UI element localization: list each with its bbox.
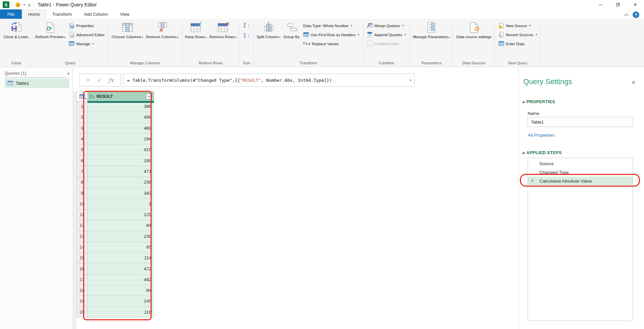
- sort-descending-button[interactable]: ZA ↓: [242, 31, 251, 40]
- row-number[interactable]: 14: [76, 242, 88, 253]
- new-source-button[interactable]: New Source ▾: [497, 21, 539, 30]
- data-type-button[interactable]: Data Type: Whole Number ▾: [302, 21, 361, 30]
- cell-value[interactable]: 129: [88, 209, 154, 220]
- refresh-preview-button[interactable]: ⟳ Refresh Preview▾: [34, 20, 66, 40]
- cell-value[interactable]: 1: [88, 199, 154, 209]
- row-number[interactable]: 7: [76, 166, 88, 177]
- cell-value[interactable]: 499: [88, 112, 154, 123]
- restore-button[interactable]: [609, 0, 627, 9]
- formula-input[interactable]: = Table.TransformColumns(#"Changed Type"…: [123, 74, 415, 87]
- properties-section-heading[interactable]: ◢ PROPERTIES: [522, 99, 555, 104]
- row-number[interactable]: 5: [76, 144, 88, 155]
- row-number[interactable]: 17: [76, 274, 88, 285]
- fx-icon[interactable]: ƒx: [109, 77, 114, 83]
- row-number[interactable]: 16: [76, 263, 88, 274]
- properties-button[interactable]: Properties: [67, 21, 106, 30]
- replace-values-button[interactable]: 1↳2 Replace Values: [302, 39, 361, 48]
- split-column-button[interactable]: Split Column▾: [256, 20, 281, 40]
- sort-ascending-button[interactable]: AZ ↓: [242, 20, 251, 29]
- cell-value[interactable]: 114: [88, 253, 154, 263]
- group-by-button[interactable]: Group By: [282, 20, 301, 40]
- customize-quick-access-toolbar-icon[interactable]: ▾: [28, 3, 31, 6]
- row-number[interactable]: 12: [76, 220, 88, 231]
- row-number[interactable]: 9: [76, 187, 88, 198]
- data-source-settings-button[interactable]: ⚙ Data source settings: [455, 20, 492, 40]
- row-number[interactable]: 6: [76, 155, 88, 166]
- cell-value[interactable]: 65: [88, 242, 154, 253]
- cell-value[interactable]: 116: [88, 307, 154, 318]
- recent-sources-button[interactable]: Recent Sources ▾: [497, 30, 539, 39]
- tab-home[interactable]: Home: [22, 9, 46, 19]
- feedback-smiley-icon[interactable]: [15, 2, 21, 8]
- row-number[interactable]: 20: [76, 307, 88, 318]
- cell-value[interactable]: 84: [88, 220, 154, 231]
- row-number[interactable]: 18: [76, 285, 88, 296]
- help-icon[interactable]: ?: [633, 11, 639, 18]
- row-number[interactable]: 15: [76, 252, 88, 263]
- keep-rows-button[interactable]: ✓ Keep Rows▾: [184, 20, 208, 40]
- column-filter-button[interactable]: ▾: [146, 93, 152, 100]
- manage-button[interactable]: Manage ▾: [67, 39, 106, 48]
- collapse-ribbon-icon[interactable]: [624, 13, 629, 18]
- applied-step[interactable]: Changed Type: [528, 168, 633, 177]
- append-queries-button[interactable]: Append Queries ▾: [365, 30, 408, 39]
- row-number[interactable]: 19: [76, 295, 88, 307]
- row-number[interactable]: 2: [76, 112, 88, 123]
- group-label-combine: Combine: [363, 61, 410, 67]
- select-all-cell[interactable]: ▾: [76, 91, 88, 101]
- delete-step-icon[interactable]: ×: [531, 178, 534, 183]
- collapse-queries-pane-icon[interactable]: ‹: [67, 70, 69, 77]
- cell-value[interactable]: 184: [88, 134, 154, 144]
- cell-value[interactable]: 489: [88, 123, 154, 134]
- minimize-button[interactable]: [592, 0, 609, 9]
- close-window-button[interactable]: ×: [627, 0, 644, 9]
- cell-value[interactable]: 145: [88, 296, 154, 307]
- close-pane-icon[interactable]: ×: [632, 79, 635, 86]
- expand-formula-bar-icon[interactable]: ▾: [409, 78, 412, 82]
- cell-value[interactable]: 199: [88, 155, 154, 166]
- row-number[interactable]: 1: [76, 101, 88, 112]
- query-name-input[interactable]: [528, 117, 633, 127]
- grid-gutter: [73, 91, 76, 329]
- cell-value[interactable]: 84: [88, 285, 154, 296]
- row-number[interactable]: 10: [76, 198, 88, 209]
- row-number[interactable]: 4: [76, 133, 88, 144]
- cell-value[interactable]: 236: [88, 177, 154, 188]
- check-icon[interactable]: ✓: [97, 77, 102, 84]
- replace-values-icon: 1↳2: [303, 42, 310, 46]
- applied-step[interactable]: ×Calculated Absolute Value: [528, 177, 633, 185]
- remove-rows-button[interactable]: × Remove Rows▾: [208, 20, 237, 40]
- close-and-load-button[interactable]: Close & Load▾: [3, 20, 30, 40]
- row-number[interactable]: 11: [76, 209, 88, 220]
- cell-value[interactable]: 471: [88, 166, 154, 177]
- tab-transform[interactable]: Transform: [46, 9, 78, 19]
- choose-columns-button[interactable]: Choose Columns▾: [111, 20, 144, 40]
- split-column-icon: [262, 21, 274, 34]
- cell-value[interactable]: 239: [88, 231, 154, 242]
- use-first-row-as-headers-button[interactable]: Use First Row as Headers ▾: [302, 30, 361, 39]
- manage-parameters-button[interactable]: Manage Parameters▾: [412, 20, 451, 40]
- cell-value[interactable]: 442: [88, 274, 154, 285]
- cancel-icon[interactable]: ×: [86, 77, 90, 84]
- cell-value[interactable]: 343: [88, 188, 154, 198]
- remove-columns-button[interactable]: × Remove Columns▾: [145, 20, 179, 40]
- tab-view[interactable]: View: [114, 9, 136, 19]
- tab-add-column[interactable]: Add Column: [78, 9, 114, 19]
- row-number[interactable]: 8: [76, 177, 88, 188]
- advanced-editor-button[interactable]: Advanced Editor: [67, 30, 106, 39]
- row-number[interactable]: 13: [76, 231, 88, 242]
- ribbon-group-sort: AZ ↓ ZA ↓ Sort: [240, 19, 253, 67]
- applied-steps-section-heading[interactable]: ◢ APPLIED STEPS: [522, 150, 562, 155]
- whole-number-type-icon[interactable]: 1²₃: [89, 94, 95, 99]
- enter-data-button[interactable]: Enter Data: [497, 39, 539, 48]
- column-header-result[interactable]: 1²₃ RESULT ▾: [88, 91, 154, 101]
- chevron-down-icon[interactable]: ▾: [23, 3, 25, 6]
- merge-queries-button[interactable]: Merge Queries ▾: [365, 21, 408, 30]
- applied-step[interactable]: Source: [528, 159, 633, 168]
- all-properties-link[interactable]: All Properties: [528, 133, 554, 138]
- cell-value[interactable]: 472: [88, 263, 154, 274]
- query-list-item-table1[interactable]: Table1: [5, 79, 69, 88]
- cell-value[interactable]: 415: [88, 144, 154, 155]
- row-number[interactable]: 3: [76, 123, 88, 134]
- tab-file[interactable]: File: [0, 9, 22, 19]
